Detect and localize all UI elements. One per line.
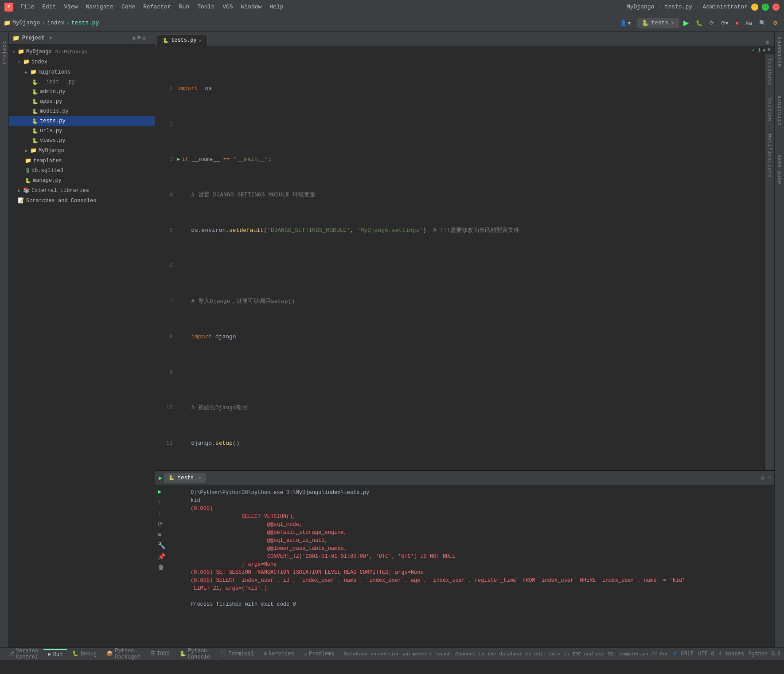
toolbar-breadcrumb-index[interactable]: index	[47, 20, 64, 26]
run-output[interactable]: D:\Python\Python38\python.exe D:\MyDjang…	[185, 485, 774, 647]
line-num-5: 5	[160, 226, 177, 235]
scroll-down-icon[interactable]: ▼	[768, 47, 771, 53]
hide-panel-button[interactable]: —	[148, 35, 151, 42]
database-icon[interactable]: Database	[767, 59, 772, 86]
indent-indicator[interactable]: 4 spaces	[718, 651, 744, 657]
menu-code[interactable]: Code	[118, 2, 139, 12]
run-tab-close[interactable]: ✕	[199, 476, 201, 481]
sort-button[interactable]: ≡	[137, 35, 141, 42]
search-button[interactable]: 🔍	[757, 18, 768, 28]
main-layout: Project 📁 Project ▾ ⇅ ≡ ⚙ — ▾ 📁 MyDjango…	[0, 32, 784, 647]
run-tab-tests[interactable]: 🐍 tests ✕	[164, 473, 206, 483]
run-filter-icon[interactable]: ≡	[157, 530, 183, 539]
structure-label[interactable]: Structure	[777, 95, 782, 125]
menu-view[interactable]: View	[60, 2, 81, 12]
menu-help[interactable]: Help	[266, 2, 287, 12]
admin-label: admin.py	[40, 89, 66, 95]
tree-db[interactable]: 🗄 db.sqlite3	[9, 166, 155, 176]
out-line-10: ; args=None	[191, 560, 769, 568]
run-tools-icon[interactable]: 🔧	[157, 541, 183, 550]
run-settings-icon[interactable]: ⚙	[761, 474, 764, 482]
status-tab-services[interactable]: ⚙ Services	[259, 650, 299, 658]
bookmarks-panel: Bookmarks Structure Word Book	[774, 32, 784, 647]
code-editor[interactable]: 1 import os 2 3 ▶ if __name__ == "__main…	[155, 54, 774, 470]
run-play-button[interactable]: ▶	[157, 487, 183, 496]
menu-navigate[interactable]: Navigate	[82, 2, 117, 12]
menu-tools[interactable]: Tools	[194, 2, 218, 12]
scroll-up-icon[interactable]: ▲	[763, 47, 766, 53]
run-scroll-up[interactable]: ↑	[157, 498, 183, 507]
tree-init[interactable]: 🐍 __init__.py	[9, 77, 155, 87]
tree-templates[interactable]: 📁 templates	[9, 156, 155, 166]
run-wrap-icon[interactable]: ⟳	[157, 519, 183, 529]
avatar-button[interactable]: 👤 ▾	[617, 18, 633, 28]
gear-icon[interactable]: ⚙	[142, 35, 146, 42]
apps-label: apps.py	[40, 98, 62, 105]
menu-window[interactable]: Window	[238, 2, 265, 12]
settings-button[interactable]: ⚙	[770, 18, 780, 28]
tree-apps[interactable]: 🐍 apps.py	[9, 97, 155, 106]
tree-views[interactable]: 🐍 views.py	[9, 136, 155, 145]
status-tab-problems[interactable]: ⚠ Problems	[300, 650, 339, 658]
tree-models[interactable]: 🐍 models.py	[9, 106, 155, 116]
menu-file[interactable]: File	[17, 2, 38, 12]
tree-index-folder[interactable]: ▾ 📁 index	[9, 57, 155, 67]
status-tab-python-console[interactable]: 🐍 Python Console	[175, 647, 215, 661]
status-tab-terminal[interactable]: ⬛ Terminal	[215, 650, 258, 658]
tab-close-button[interactable]: ✕	[199, 38, 202, 43]
minimize-button[interactable]: —	[751, 4, 758, 11]
menu-vcs[interactable]: VCS	[219, 2, 236, 12]
run-minimize-icon[interactable]: —	[767, 474, 771, 481]
debug-button[interactable]: 🐛	[693, 18, 705, 28]
tree-migrations[interactable]: ▶ 📁 migrations	[9, 67, 155, 77]
run-with-coverage-button[interactable]: ⟳▾	[718, 18, 731, 28]
status-tab-packages[interactable]: 📦 Python Packages	[102, 647, 145, 661]
tree-scratches[interactable]: 📝 Scratches and Consoles	[9, 196, 155, 206]
editor-settings-icon[interactable]: ⚙	[766, 39, 769, 46]
tree-external[interactable]: ▶ 📚 External Libraries	[9, 185, 155, 196]
collapse-all-button[interactable]: ⇅	[132, 35, 136, 42]
run-configuration[interactable]: 🐍 tests ▾	[637, 18, 679, 28]
line-num-6: 6	[160, 262, 177, 270]
status-tab-debug[interactable]: 🐛 Debug	[68, 650, 101, 658]
notifications-icon[interactable]: Notifications	[767, 134, 772, 178]
status-tab-todo[interactable]: ☰ TODO	[146, 650, 174, 658]
tree-manage[interactable]: 🐍 manage.py	[9, 176, 155, 185]
status-tab-vcs[interactable]: ⎇ Version Control	[4, 647, 43, 661]
run-config-label: tests	[651, 20, 668, 26]
tree-admin[interactable]: 🐍 admin.py	[9, 87, 155, 97]
translate-button[interactable]: Aa	[743, 18, 755, 28]
status-tab-run[interactable]: ▶ Run	[43, 649, 67, 658]
run-content: ▶ ↑ ↓ ⟳ ≡ 🔧 📌 🗑 D:\Python\Python38\pytho…	[155, 485, 774, 647]
toolbar-project-label[interactable]: MyDjango	[12, 20, 40, 26]
run-pin-icon[interactable]: 📌	[157, 552, 183, 561]
project-side-label[interactable]: Project	[0, 36, 8, 69]
code-line-3: 3 ▶ if __name__ == "__main__":	[160, 155, 759, 164]
tree-root[interactable]: ▾ 📁 MyDjango D:\MyDjango	[9, 47, 155, 57]
run-scroll-down[interactable]: ↓	[157, 509, 183, 517]
close-button[interactable]: ✕	[772, 4, 780, 11]
tree-tests[interactable]: 🐍 tests.py	[9, 116, 155, 126]
run-button[interactable]: ▶	[681, 17, 691, 29]
sciview-icon[interactable]: SciView	[767, 98, 772, 121]
windows-logo: ⊞	[673, 650, 676, 657]
line-content-7: # 导入Django，以便可以调用setup()	[177, 297, 759, 306]
encoding-indicator[interactable]: UTF-8	[698, 651, 714, 657]
menu-run[interactable]: Run	[176, 2, 193, 12]
editor-tab-tests[interactable]: 🐍 tests.py ✕	[157, 35, 207, 46]
crlf-indicator[interactable]: CRLF	[681, 651, 694, 657]
menu-refactor[interactable]: Refactor	[140, 2, 174, 12]
run-coverage-button[interactable]: ⟳	[707, 18, 717, 28]
maximize-button[interactable]: □	[762, 4, 769, 11]
stop-button[interactable]: ■	[733, 18, 741, 28]
word-book-label[interactable]: Word Book	[777, 154, 782, 184]
toolbar-breadcrumb-file[interactable]: tests.py	[71, 20, 99, 26]
tree-urls[interactable]: 🐍 urls.py	[9, 126, 155, 136]
menu-edit[interactable]: Edit	[39, 2, 59, 12]
code-content[interactable]: 1 import os 2 3 ▶ if __name__ == "__main…	[155, 54, 764, 470]
templates-label: templates	[33, 158, 62, 164]
run-trash-icon[interactable]: 🗑	[157, 563, 183, 572]
vcs-icon: ⎇	[8, 650, 14, 657]
tree-mydjango-sub[interactable]: ▶ 📁 MyDjango	[9, 145, 155, 156]
bookmarks-label[interactable]: Bookmarks	[777, 36, 782, 67]
